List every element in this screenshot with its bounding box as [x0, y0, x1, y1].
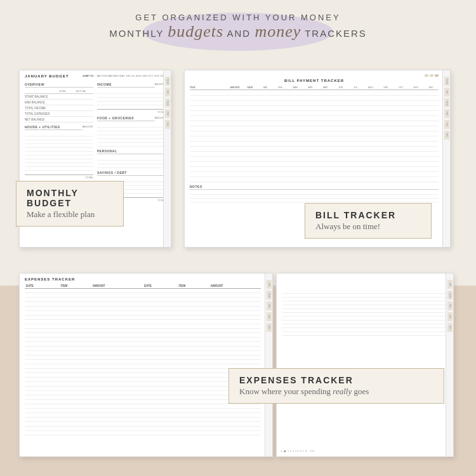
exp-row — [25, 422, 261, 426]
col-actual: ACTUAL — [76, 89, 93, 93]
exp-tab-apr: APR — [267, 280, 272, 289]
exp-row — [25, 360, 261, 364]
budget-tab-4: FEB — [165, 109, 170, 118]
expenses-tracker-label-title: EXPENSES TRACKER — [239, 375, 433, 385]
exp-row — [25, 404, 261, 409]
exp-row — [25, 311, 261, 315]
exp-tab-jan: JAN — [267, 312, 272, 321]
exp-right-tab-dec: DEC — [447, 323, 453, 332]
exp-row — [25, 418, 261, 422]
budget-food-section: FOOD + GROCERIES — [97, 116, 155, 121]
exp-row — [25, 382, 261, 387]
budget-tab-5: JAN — [165, 120, 170, 129]
expenses-subtitle-prefix: Know where your spending — [239, 387, 333, 396]
expenses-tracker-card: EXPENSES TRACKER DATE ITEM AMOUNT DATE I… — [19, 273, 273, 457]
bill-notes-section: NOTES — [190, 185, 439, 202]
budget-income-section: INCOME — [97, 83, 155, 88]
exp-row — [25, 391, 261, 395]
exp-row — [25, 320, 261, 324]
budget-food-lines — [97, 124, 166, 147]
bill-row — [190, 167, 439, 172]
budget-income-lines — [97, 90, 166, 109]
bill-row — [190, 136, 439, 142]
header-trackers-suffix: TRACKERS — [301, 28, 367, 39]
col-amount1: AMOUNT — [91, 284, 143, 289]
page-num-5: 5 — [298, 449, 299, 453]
jump-label: JUMP TO: — [83, 74, 95, 77]
bill-row — [190, 91, 439, 96]
budget-jump-nav: JUMP TO: JAN FEB MAR APR MAY JUN JUL AUG… — [83, 74, 166, 77]
bill-row — [190, 116, 439, 121]
budget-house-lines — [25, 133, 93, 175]
col-date1: DATE — [25, 284, 59, 289]
budget-tab-3: MAR — [165, 98, 170, 107]
bill-row — [190, 111, 439, 116]
exp-row — [25, 395, 261, 400]
bill-row — [190, 106, 439, 111]
exp-tab-mar: MAR — [267, 291, 272, 300]
bill-row — [190, 172, 439, 177]
page-numbers: ◁ ▣ 1 2 3 4 5 6 7 8 DEC — [281, 449, 315, 453]
page-num-8: 8 — [305, 449, 307, 453]
bill-tab-feb: FEB — [444, 109, 449, 118]
header-money-script: money — [255, 22, 301, 41]
budget-row-income: TOTAL INCOME — [25, 105, 93, 111]
expenses-title: EXPENSES TRACKER — [25, 277, 261, 281]
bill-tab-jan: JAN — [444, 120, 449, 129]
col-date2: DATE — [143, 284, 177, 289]
exp-row — [25, 409, 261, 413]
exp-tab-feb: FEB — [267, 301, 272, 310]
exp-row — [25, 400, 261, 404]
exp-row — [25, 351, 261, 355]
budget-house-total: TOTAL — [25, 175, 93, 179]
exp-right-tab-feb: FEB — [447, 301, 453, 310]
page-num-3: 3 — [293, 449, 294, 453]
bill-grid-rows — [190, 91, 439, 182]
bill-row — [190, 131, 439, 136]
col-item1: ITEM — [59, 284, 91, 289]
exp-row — [25, 347, 261, 351]
col-item2: ITEM — [177, 284, 209, 289]
expenses-table-header: DATE ITEM AMOUNT DATE ITEM AMOUNT — [25, 284, 261, 289]
page-num-2: 2 — [290, 449, 291, 453]
exp-row — [25, 293, 261, 298]
header-monthly-prefix: MONTHLY — [109, 28, 168, 39]
exp-row — [25, 342, 261, 347]
bill-row — [190, 121, 439, 126]
bill-tracker-label-subtitle: Always be on time! — [315, 221, 421, 232]
expenses-card-tabs: APR MAR FEB JAN DEC — [265, 274, 272, 456]
budget-personal-section: PERSONAL — [97, 149, 166, 154]
bill-tab-year: YEAR — [444, 77, 449, 86]
expenses-tracker-label-box: EXPENSES TRACKER Know where your spendin… — [228, 368, 444, 404]
bill-row — [190, 101, 439, 106]
budget-tab-1: YEAR — [165, 77, 170, 86]
budget-personal-lines — [97, 157, 166, 168]
exp-right-tabs: APR MAR FEB JAN DEC — [446, 274, 453, 456]
header-line2: MONTHLY budgets AND money TRACKERS — [0, 22, 476, 41]
bill-tab-dec: DEC — [444, 131, 449, 140]
exp-row — [25, 315, 261, 320]
budget-savings-section: SAVINGS / DEBT — [97, 171, 166, 176]
bill-tab-apr: APR — [444, 88, 449, 96]
bill-row — [190, 177, 439, 182]
exp-row — [25, 413, 261, 418]
exp-row — [25, 333, 261, 338]
budget-row-start: START BALANCE — [25, 94, 93, 100]
exp-right-tab-mar: MAR — [447, 291, 453, 300]
header-budgets-script: budgets — [168, 22, 223, 41]
expenses-subtitle-suffix: goes — [352, 387, 369, 396]
page-num-7: 7 — [303, 449, 304, 453]
bill-row — [190, 147, 439, 152]
bill-row — [190, 126, 439, 131]
budget-amount-label: AMOUNT — [83, 125, 93, 131]
bill-notes-label: NOTES — [190, 185, 439, 190]
bill-tracker-label-title: BILL TRACKER — [315, 210, 421, 220]
exp-row — [25, 302, 261, 307]
months-nav: JAN FEB MAR APR MAY JUN JUL AUG SEP OCT … — [96, 74, 166, 77]
exp-row — [25, 387, 261, 391]
budget-row-net: NET BALANCE — [25, 117, 93, 122]
expenses-tracker-label-subtitle: Know where your spending really goes — [239, 387, 433, 397]
exp-row — [25, 324, 261, 329]
col-label — [25, 89, 59, 93]
bill-row — [190, 96, 439, 101]
